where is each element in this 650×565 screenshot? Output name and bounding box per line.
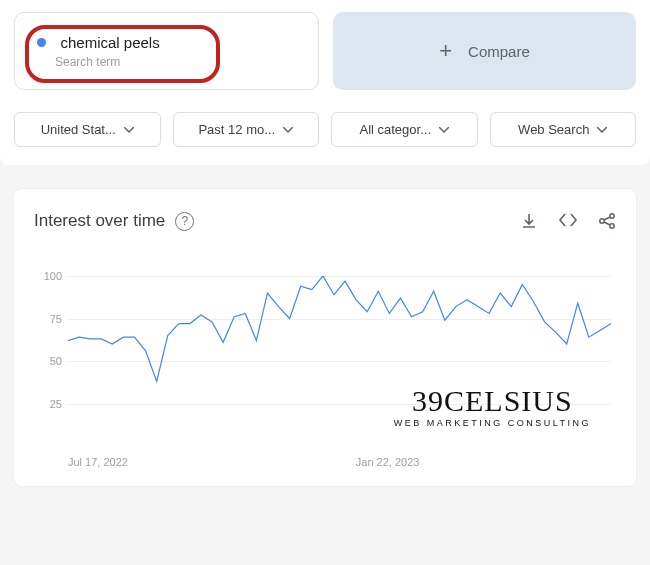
line-chart <box>68 276 611 446</box>
period-filter[interactable]: Past 12 mo... <box>173 112 320 147</box>
chevron-down-icon <box>597 127 607 133</box>
download-icon[interactable] <box>520 212 538 230</box>
data-series-line <box>68 276 611 381</box>
term-color-dot <box>37 38 46 47</box>
chart-body: 255075100 39CELSIUS WEB MARKETING CONSUL… <box>34 276 616 476</box>
compare-button[interactable]: + Compare <box>333 12 636 90</box>
chevron-down-icon <box>124 127 134 133</box>
search-type-label: Web Search <box>518 122 589 137</box>
plot-area: 39CELSIUS WEB MARKETING CONSULTING <box>68 276 611 446</box>
chevron-down-icon <box>283 127 293 133</box>
region-label: United Stat... <box>41 122 116 137</box>
search-type-filter[interactable]: Web Search <box>490 112 637 147</box>
svg-point-1 <box>600 219 604 223</box>
filter-row: United Stat... Past 12 mo... All categor… <box>14 112 636 147</box>
compare-label: Compare <box>468 43 530 60</box>
plus-icon: + <box>439 38 452 64</box>
svg-point-0 <box>610 214 614 218</box>
share-icon[interactable] <box>598 212 616 230</box>
svg-point-2 <box>610 224 614 228</box>
y-tick-label: 100 <box>44 270 62 282</box>
term-name: chemical peels <box>60 34 159 51</box>
chart-header: Interest over time ? <box>34 211 616 231</box>
category-label: All categor... <box>359 122 431 137</box>
x-tick-label: Jan 22, 2023 <box>356 456 420 468</box>
period-label: Past 12 mo... <box>198 122 275 137</box>
chevron-down-icon <box>439 127 449 133</box>
term-row: chemical peels Search term + Compare <box>14 12 636 90</box>
region-filter[interactable]: United Stat... <box>14 112 161 147</box>
category-filter[interactable]: All categor... <box>331 112 478 147</box>
y-tick-label: 25 <box>50 398 62 410</box>
y-axis-labels: 255075100 <box>34 276 62 446</box>
chart-card: Interest over time ? 255075100 39CELSIUS… <box>14 189 636 486</box>
x-tick-label: Jul 17, 2022 <box>68 456 128 468</box>
chart-actions <box>520 212 616 230</box>
top-controls-panel: chemical peels Search term + Compare Uni… <box>0 0 650 165</box>
x-axis-labels: Jul 17, 2022Jan 22, 2023 <box>68 456 611 476</box>
y-tick-label: 50 <box>50 355 62 367</box>
term-subtype: Search term <box>55 55 296 69</box>
embed-icon[interactable] <box>558 212 578 230</box>
search-term-card[interactable]: chemical peels Search term <box>14 12 319 90</box>
help-icon[interactable]: ? <box>175 212 194 231</box>
y-tick-label: 75 <box>50 313 62 325</box>
chart-title: Interest over time <box>34 211 165 231</box>
